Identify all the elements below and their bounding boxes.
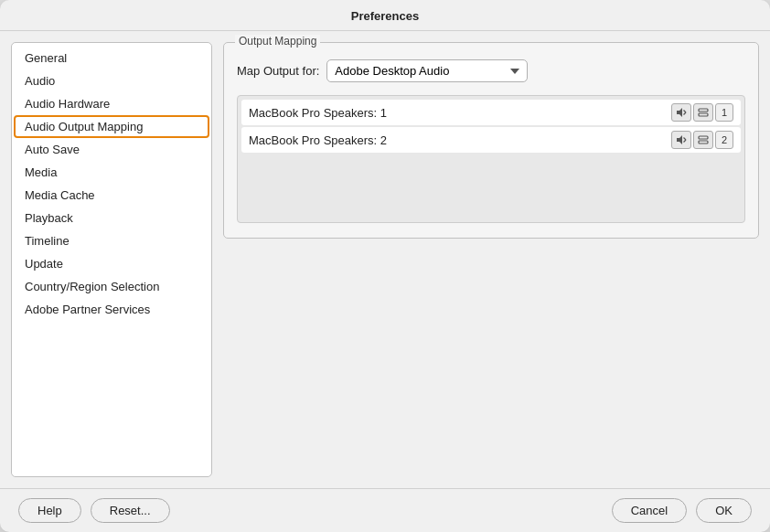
svg-rect-9	[699, 141, 708, 144]
channel-row: MacBook Pro Speakers: 22	[241, 127, 741, 153]
channels-list: MacBook Pro Speakers: 11MacBook Pro Spea…	[237, 95, 745, 223]
help-button[interactable]: Help	[18, 498, 81, 523]
channel-row: MacBook Pro Speakers: 11	[241, 100, 741, 125]
footer-left: Help Reset...	[18, 498, 170, 523]
sidebar-item-country-region[interactable]: Country/Region Selection	[14, 275, 209, 298]
svg-line-2	[684, 112, 687, 115]
split-channel-icon[interactable]	[693, 103, 713, 122]
channel-controls: 1	[671, 103, 733, 122]
svg-rect-8	[699, 136, 708, 139]
preferences-dialog: Preferences GeneralAudioAudio HardwareAu…	[0, 0, 770, 532]
output-mapping-group: Output Mapping Map Output for: Adobe Des…	[223, 42, 759, 239]
sidebar-item-auto-save[interactable]: Auto Save	[14, 138, 209, 161]
main-content: Output Mapping Map Output for: Adobe Des…	[223, 42, 759, 477]
sidebar-item-adobe-partner[interactable]: Adobe Partner Services	[14, 298, 209, 321]
cancel-button[interactable]: Cancel	[612, 498, 687, 523]
sidebar-item-audio[interactable]: Audio	[14, 69, 209, 92]
ok-button[interactable]: OK	[696, 498, 752, 523]
speaker-icon[interactable]	[671, 103, 691, 122]
svg-rect-4	[699, 113, 708, 116]
sidebar-item-timeline[interactable]: Timeline	[14, 229, 209, 252]
split-channel-icon[interactable]	[693, 131, 713, 149]
sidebar-item-media[interactable]: Media	[14, 161, 209, 184]
dialog-body: GeneralAudioAudio HardwareAudio Output M…	[0, 31, 770, 488]
footer-right: Cancel OK	[612, 498, 752, 523]
channel-number: 1	[715, 103, 733, 122]
sidebar-item-audio-hardware[interactable]: Audio Hardware	[14, 92, 209, 115]
channel-name: MacBook Pro Speakers: 1	[249, 106, 666, 120]
map-output-row: Map Output for: Adobe Desktop Audio	[237, 59, 745, 82]
channel-name: MacBook Pro Speakers: 2	[249, 133, 666, 147]
group-legend: Output Mapping	[235, 35, 320, 48]
sidebar: GeneralAudioAudio HardwareAudio Output M…	[11, 42, 212, 477]
sidebar-item-audio-output-mapping[interactable]: Audio Output Mapping	[14, 115, 209, 138]
sidebar-item-playback[interactable]: Playback	[14, 207, 209, 229]
speaker-icon[interactable]	[671, 131, 691, 149]
svg-marker-5	[677, 135, 682, 144]
sidebar-item-general[interactable]: General	[14, 47, 209, 69]
channel-controls: 2	[671, 131, 733, 149]
map-output-select[interactable]: Adobe Desktop Audio	[326, 59, 528, 82]
sidebar-item-update[interactable]: Update	[14, 252, 209, 275]
reset-button[interactable]: Reset...	[91, 498, 170, 523]
dialog-footer: Help Reset... Cancel OK	[0, 488, 770, 532]
sidebar-item-media-cache[interactable]: Media Cache	[14, 184, 209, 207]
svg-line-7	[684, 140, 687, 143]
svg-marker-0	[677, 108, 682, 117]
svg-rect-3	[699, 109, 708, 112]
dialog-title: Preferences	[0, 0, 770, 31]
channel-number: 2	[715, 131, 733, 149]
map-output-label: Map Output for:	[237, 64, 319, 78]
